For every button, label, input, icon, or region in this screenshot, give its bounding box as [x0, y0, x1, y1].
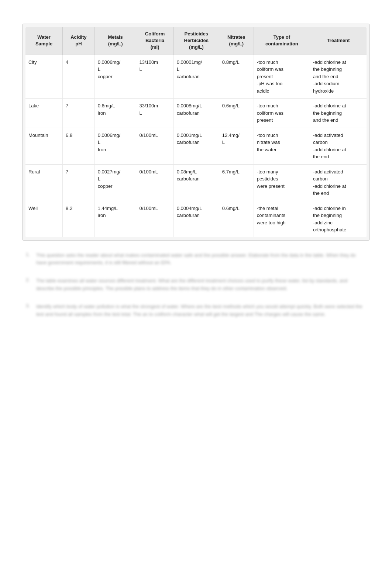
question-number-1: 1. — [26, 252, 33, 269]
cell-4-coliform: 0/100mL — [136, 201, 173, 237]
cell-1-acidity: 7 — [63, 99, 95, 128]
cell-4-pesticides: 0.0004mg/Lcarbofuran — [173, 201, 219, 237]
cell-1-treatment: -add chlorine atthe beginningand the end — [310, 99, 367, 128]
cell-2-metals: 0.0006mg/LIron — [94, 128, 136, 164]
question-number-3: 3. — [26, 303, 33, 320]
cell-2-sample: Mountain — [25, 128, 63, 164]
cell-4-sample: Well — [25, 201, 63, 237]
cell-4-nitrates: 0.6mg/L — [219, 201, 254, 237]
question-text-1: This question asks the reader about what… — [36, 252, 366, 269]
table-body: City40.0006mg/Lcopper13/100mL0.00001mg/L… — [25, 55, 367, 237]
cell-1-pesticides: 0.0008mg/Lcarbofuran — [173, 99, 219, 128]
cell-0-nitrates: 0.8mg/L — [219, 55, 254, 99]
cell-0-pesticides: 0.00001mg/Lcarbofuran — [173, 55, 219, 99]
cell-0-acidity: 4 — [63, 55, 95, 99]
cell-1-metals: 0.6mg/Liron — [94, 99, 136, 128]
cell-1-sample: Lake — [25, 99, 63, 128]
col-header-0: WaterSample — [25, 27, 63, 55]
header-row: WaterSampleAciditypHMetals(mg/L)Coliform… — [25, 27, 367, 55]
table-row: City40.0006mg/Lcopper13/100mL0.00001mg/L… — [25, 55, 367, 99]
cell-3-sample: Rural — [25, 164, 63, 201]
table-row: Rural70.0027mg/Lcopper0/100mL0.08mg/Lcar… — [25, 164, 367, 201]
col-header-1: AciditypH — [63, 27, 95, 55]
cell-4-treatment: -add chlorine inthe beginning-add zincor… — [310, 201, 367, 237]
cell-0-sample: City — [25, 55, 63, 99]
cell-2-contamination: -too muchnitrate wasthe water — [254, 128, 310, 164]
cell-2-coliform: 0/100mL — [136, 128, 173, 164]
table-row: Well8.21.44mg/Liron0/100mL0.0004mg/Lcarb… — [25, 201, 367, 237]
question-3: 3.Identify which body of water pollution… — [26, 303, 366, 320]
cell-2-treatment: -add activatedcarbon-add chlorine atthe … — [310, 128, 367, 164]
questions-section: 1.This question asks the reader about wh… — [22, 252, 370, 320]
cell-0-coliform: 13/100mL — [136, 55, 173, 99]
col-header-7: Treatment — [310, 27, 367, 55]
table-header: WaterSampleAciditypHMetals(mg/L)Coliform… — [25, 27, 367, 55]
table-row: Lake70.6mg/Liron33/100mL0.0008mg/Lcarbof… — [25, 99, 367, 128]
cell-4-metals: 1.44mg/Liron — [94, 201, 136, 237]
cell-0-metals: 0.0006mg/Lcopper — [94, 55, 136, 99]
question-text-2: The table examines all water sources dif… — [36, 277, 366, 294]
cell-3-metals: 0.0027mg/Lcopper — [94, 164, 136, 201]
cell-0-contamination: -too muchcoliform waspresent-pH was tooa… — [254, 55, 310, 99]
question-text-3: Identify which body of water pollution i… — [36, 303, 366, 320]
col-header-2: Metals(mg/L) — [94, 27, 136, 55]
water-quality-table: WaterSampleAciditypHMetals(mg/L)Coliform… — [25, 27, 367, 237]
cell-3-pesticides: 0.08mg/Lcarbofuran — [173, 164, 219, 201]
col-header-3: ColiformBacteria(ml) — [136, 27, 173, 55]
cell-2-nitrates: 12.4mg/L — [219, 128, 254, 164]
table-row: Mountain6.80.0006mg/LIron0/100mL0.0001mg… — [25, 128, 367, 164]
cell-1-coliform: 33/100mL — [136, 99, 173, 128]
col-header-5: Nitrates(mg/L) — [219, 27, 254, 55]
question-2: 2.The table examines all water sources d… — [26, 277, 366, 294]
col-header-4: PesticidesHerbicides(mg/L) — [173, 27, 219, 55]
data-table-wrapper: WaterSampleAciditypHMetals(mg/L)Coliform… — [22, 24, 370, 241]
cell-3-treatment: -add activatedcarbon-add chlorine atthe … — [310, 164, 367, 201]
cell-2-acidity: 6.8 — [63, 128, 95, 164]
cell-2-pesticides: 0.0001mg/Lcarbofuran — [173, 128, 219, 164]
cell-3-coliform: 0/100mL — [136, 164, 173, 201]
question-1: 1.This question asks the reader about wh… — [26, 252, 366, 269]
cell-4-acidity: 8.2 — [63, 201, 95, 237]
cell-3-contamination: -too manypesticideswere present — [254, 164, 310, 201]
cell-4-contamination: -the metalcontaminantswere too high — [254, 201, 310, 237]
cell-1-contamination: -too muchcoliform waspresent — [254, 99, 310, 128]
cell-3-nitrates: 6.7mg/L — [219, 164, 254, 201]
col-header-6: Type ofcontamination — [254, 27, 310, 55]
question-number-2: 2. — [26, 277, 33, 294]
cell-1-nitrates: 0.6mg/L — [219, 99, 254, 128]
cell-0-treatment: -add chlorine atthe beginningand the end… — [310, 55, 367, 99]
cell-3-acidity: 7 — [63, 164, 95, 201]
